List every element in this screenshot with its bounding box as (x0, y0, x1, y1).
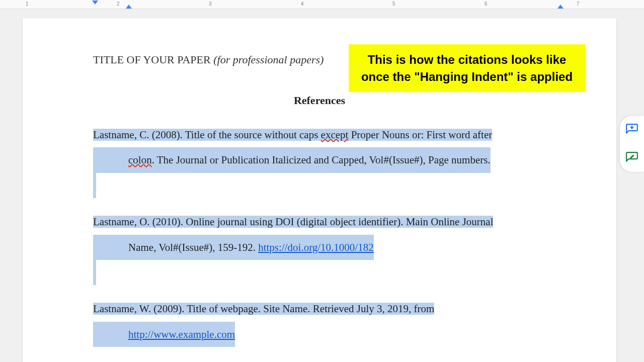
title-italic: (for professional papers) (213, 53, 324, 66)
horizontal-ruler[interactable]: 1 2 3 4 5 6 7 (0, 0, 644, 9)
suggest-edits-icon (625, 151, 638, 164)
add-comment-button[interactable] (623, 121, 641, 139)
url-link[interactable]: http://www.example.com (128, 328, 235, 340)
callout-annotation: This is how the citations looks like onc… (349, 44, 585, 92)
document-page[interactable]: TITLE OF YOUR PAPER (for professional pa… (23, 18, 616, 362)
citation-entry: Lastname, W. (2009). Title of webpage. S… (93, 296, 546, 347)
ruler-number: 3 (209, 1, 212, 7)
ruler-number: 6 (485, 1, 488, 7)
add-comment-icon (625, 123, 638, 136)
citation-entry: Lastname, C. (2008). Title of the source… (93, 122, 546, 198)
citation-text: Proper Nouns or: First word after (348, 129, 492, 141)
citation-text: Name, Vol#(Issue#), 159-192. (128, 241, 258, 253)
citation-text: . The Journal or Publication Italicized … (152, 154, 491, 166)
first-line-indent-marker[interactable] (92, 1, 98, 5)
right-indent-marker[interactable] (557, 5, 564, 9)
suggest-edits-button[interactable] (623, 149, 641, 167)
citation-text: Lastname, O. (2010). Online journal usin… (93, 216, 493, 228)
left-indent-marker[interactable] (126, 5, 132, 9)
citations-list: Lastname, C. (2008). Title of the source… (93, 122, 546, 347)
document-workspace: TITLE OF YOUR PAPER (for professional pa… (0, 9, 644, 362)
citation-entry: Lastname, O. (2010). Online journal usin… (93, 209, 546, 285)
citation-text: Lastname, W. (2009). Title of webpage. S… (93, 303, 434, 315)
spell-error[interactable]: colon (128, 154, 152, 166)
citation-text: Lastname, C. (2008). Title of the source… (93, 129, 321, 141)
title-prefix: TITLE OF YOUR PAPER (93, 53, 213, 66)
ruler-number: 7 (577, 1, 580, 7)
ruler-number: 1 (26, 1, 29, 7)
side-action-bar (620, 116, 644, 172)
ruler-number: 2 (117, 1, 120, 7)
ruler-number: 5 (392, 1, 395, 7)
section-heading: References (93, 94, 546, 107)
doi-link[interactable]: https://doi.org/10.1000/182 (258, 241, 373, 253)
ruler-number: 4 (301, 1, 304, 7)
spell-error[interactable]: except (321, 129, 349, 141)
